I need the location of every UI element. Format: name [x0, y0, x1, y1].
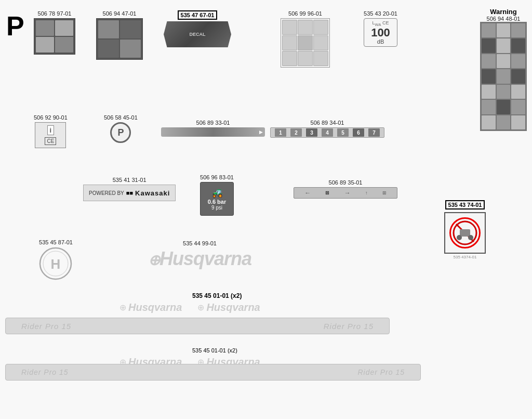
part-label-9: 506 89 34-01	[311, 120, 344, 126]
part-506-78-97-01: 506 78 97-01	[34, 10, 75, 55]
part-label-12: 506 89 35-01	[329, 179, 363, 186]
part-image-9: 1 2 3 4 5 6 7	[270, 127, 384, 138]
part-label-7: 506 58 45-01	[104, 114, 138, 121]
ws-cell-10	[482, 69, 496, 83]
part-535-41-31-01: 535 41 31-01 POWERED BY ■■ Kawasaki	[83, 177, 176, 201]
part-506-94-47-01: 506 94 47-01	[96, 10, 143, 60]
ws-cell-13	[482, 85, 496, 99]
part-label-10: 535 41 31-01	[113, 177, 147, 183]
svg-rect-2	[460, 229, 470, 237]
svg-point-4	[468, 235, 473, 240]
part-label-15: 535 44 99-01	[183, 240, 217, 246]
part-image-15: ⊕Husqvarna	[148, 248, 251, 270]
part-image-6: i CE	[35, 122, 66, 148]
part-label-8: 506 89 33-01	[196, 120, 230, 126]
part-image-10: POWERED BY ■■ Kawasaki	[83, 185, 176, 201]
ws-cell-19	[482, 115, 496, 129]
part-label-1: 506 78 97-01	[38, 10, 72, 17]
ws-cell-15	[511, 85, 525, 99]
warning-title: Warning	[490, 8, 517, 16]
svg-text:H: H	[51, 256, 61, 272]
part-image-8: ▶	[161, 127, 265, 137]
part-506-58-45-01: 506 58 45-01 P	[104, 114, 138, 143]
part-label-5: 535 43 20-01	[364, 10, 397, 17]
warning-section: Warning 506 94 48-01	[480, 8, 527, 131]
ws-cell-17	[497, 100, 511, 114]
husqvarna-icon-svg: H	[39, 247, 73, 281]
ws-cell-3	[511, 23, 525, 37]
banner-strip-1: Rider Pro 15 Rider Pro 15	[5, 318, 390, 334]
part-image-13	[444, 212, 486, 254]
part-506-99-96-01: 506 99 96-01	[281, 10, 330, 68]
part-image-7: P	[110, 122, 131, 143]
ws-cell-5	[497, 38, 511, 53]
part-label-11: 506 96 83-01	[200, 174, 234, 180]
ws-cell-21	[511, 115, 525, 129]
part-label-6: 506 92 90-01	[34, 114, 68, 121]
ws-cell-7	[482, 54, 496, 68]
part-506-89-35-01: 506 89 35-01 ← ⊠ → ↑ ⊞	[294, 179, 397, 199]
part-535-47-67-01: 535 47 67-01 DECAL	[164, 10, 231, 47]
part-image-5: LWA CE 100 dB	[364, 18, 397, 47]
part-image-4	[281, 18, 330, 68]
warning-part-number: 506 94 48-01	[487, 16, 521, 22]
ws-cell-16	[482, 100, 496, 114]
part-image-12: ← ⊠ → ↑ ⊞	[294, 187, 397, 199]
banner-row-1: 535 45 73-04 Rider Pro 15 Rider Pro 15 5…	[5, 321, 90, 331]
part-label-2: 506 94 47-01	[103, 10, 137, 17]
part-image-3: DECAL	[164, 21, 231, 47]
part-label-19: 535 45 01-01 (x2)	[192, 347, 237, 353]
ws-cell-18	[511, 100, 525, 114]
ws-cell-6	[511, 38, 525, 53]
banner-strip-2: Rider Pro 15 Rider Pro 15	[5, 364, 421, 381]
ws-cell-9	[511, 54, 525, 68]
part-small-id: 535 4374-01	[454, 255, 477, 259]
svg-point-3	[457, 235, 462, 240]
part-label-14: 535 45 87-01	[39, 239, 73, 245]
ws-cell-2	[497, 23, 511, 37]
part-label-13: 535 43 74-01	[445, 200, 485, 210]
ws-cell-1	[482, 23, 496, 37]
part-label-3: 535 47 67-01	[178, 10, 218, 20]
part-image-1	[34, 18, 75, 55]
part-535-45-87-01: 535 45 87-01 H	[39, 239, 73, 281]
part-image-11: 🚜 0.6 bar 9 psi	[200, 182, 234, 216]
husqvarna-pair-top: ⊕ Husqvarna ⊕ Husqvarna	[119, 302, 260, 313]
ws-cell-12	[511, 69, 525, 83]
part-image-2	[96, 18, 143, 60]
ws-cell-14	[497, 85, 511, 99]
ws-cell-8	[497, 54, 511, 68]
part-506-89-34-01: 506 89 34-01 1 2 3 4 5 6 7	[270, 120, 384, 138]
part-535-43-20-01: 535 43 20-01 LWA CE 100 dB	[364, 10, 397, 47]
ws-cell-11	[497, 69, 511, 83]
part-506-96-83-01: 506 96 83-01 🚜 0.6 bar 9 psi	[200, 174, 234, 216]
page-container: P Warning 506 94 48-01	[0, 0, 532, 419]
ws-cell-4	[482, 38, 496, 53]
part-535-43-74-01: 535 43 74-01 535 4374-01	[444, 200, 486, 259]
part-label-16: 535 45 01-01 (x2)	[192, 292, 242, 299]
ws-cell-20	[497, 115, 511, 129]
part-535-44-99-01: 535 44 99-01 ⊕Husqvarna	[148, 240, 251, 270]
part-506-89-33-01: 506 89 33-01 ▶	[161, 120, 265, 137]
banner-row-2: 535 45 72-02 Rider Pro 15 Rider Pro 15 5…	[5, 369, 78, 375]
part-label-4: 506 99 96-01	[288, 10, 322, 17]
warning-sticker-image	[480, 22, 527, 131]
no-ride-svg	[452, 220, 478, 246]
page-letter: P	[6, 10, 24, 42]
part-506-92-90-01: 506 92 90-01 i CE	[34, 114, 68, 148]
